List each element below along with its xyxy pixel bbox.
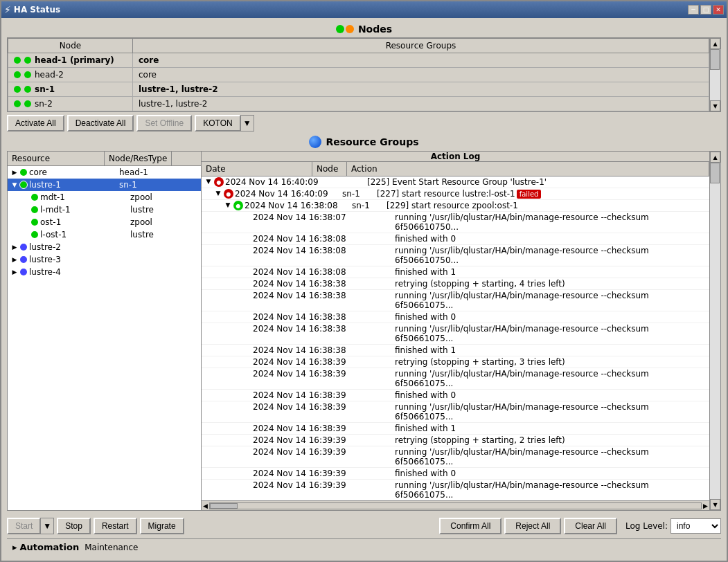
nodes-table-row[interactable]: sn-1 lustre-1, lustre-2 bbox=[8, 82, 709, 97]
activate-all-button[interactable]: Activate All bbox=[7, 115, 64, 132]
clear-all-button[interactable]: Clear All bbox=[564, 518, 617, 534]
scroll-thumb[interactable] bbox=[710, 49, 720, 70]
confirm-all-button[interactable]: Confirm All bbox=[439, 518, 501, 534]
log-row[interactable]: 2024 Nov 14 16:38:38 running '/usr/lib/q… bbox=[202, 323, 709, 345]
log-action: running '/usr/lib/qlustar/HA/bin/manage-… bbox=[395, 480, 707, 500]
log-row[interactable]: 2024 Nov 14 16:38:38 retrying (stopping … bbox=[202, 278, 709, 290]
log-row[interactable]: 2024 Nov 14 16:39:39 running '/usr/lib/q… bbox=[202, 446, 709, 468]
log-node: sn-1 bbox=[352, 201, 387, 210]
log-action: running '/usr/lib/qlustar/HA/bin/manage-… bbox=[395, 291, 707, 310]
tree-status-dot bbox=[20, 181, 27, 188]
tree-row[interactable]: mdt-1 zpool bbox=[8, 191, 201, 203]
log-date: 2024 Nov 14 16:38:38 bbox=[253, 291, 360, 300]
tree-row[interactable]: ost-1 zpool bbox=[8, 216, 201, 228]
tree-row[interactable]: l-mdt-1 lustre bbox=[8, 203, 201, 216]
automation-section: ▸ Automation Maintenance bbox=[7, 538, 721, 555]
tree-row[interactable]: l-ost-1 lustre bbox=[8, 228, 201, 241]
set-offline-button[interactable]: Set Offline bbox=[136, 115, 192, 132]
scroll-up-btn[interactable]: ▲ bbox=[710, 38, 720, 49]
tree-panel[interactable]: Resource Node/ResType ▶ core head-1 ▼ lu… bbox=[8, 152, 202, 510]
log-toggle-spacer bbox=[233, 291, 242, 299]
tree-item-name: lustre-3 bbox=[29, 255, 119, 264]
tree-row[interactable]: ▼ lustre-1 sn-1 bbox=[8, 179, 201, 191]
tree-row[interactable]: ▶ lustre-3 bbox=[8, 253, 201, 266]
log-scroll-up[interactable]: ▲ bbox=[710, 152, 720, 163]
log-date: 2024 Nov 14 16:40:09 bbox=[225, 177, 332, 187]
koton-button[interactable]: KOTON bbox=[195, 115, 240, 132]
stop-button[interactable]: Stop bbox=[57, 518, 91, 534]
log-action: retrying (stopping + starting, 4 tries l… bbox=[395, 279, 707, 289]
status-dot-2 bbox=[24, 57, 31, 64]
log-hscroll[interactable]: ◀ ▶ bbox=[202, 500, 709, 510]
tree-toggle[interactable]: ▼ bbox=[10, 181, 19, 189]
tree-item-name: mdt-1 bbox=[40, 192, 130, 202]
restore-button[interactable]: □ bbox=[700, 5, 711, 15]
log-toggle-spacer bbox=[233, 369, 242, 377]
tree-row[interactable]: ▶ core head-1 bbox=[8, 166, 201, 179]
tree-row[interactable]: ▶ lustre-4 bbox=[8, 266, 201, 278]
hscroll-thumb[interactable] bbox=[210, 503, 238, 509]
log-scroll-thumb[interactable] bbox=[710, 163, 720, 183]
log-scroll-down[interactable]: ▼ bbox=[710, 499, 720, 510]
nodes-section: Nodes Node Resource Groups bbox=[7, 24, 721, 132]
minimize-button[interactable]: ─ bbox=[688, 5, 699, 15]
tree-item-name: core bbox=[29, 167, 119, 177]
log-row[interactable]: ▼ ● 2024 Nov 14 16:38:08 sn-1 [229] star… bbox=[202, 200, 709, 212]
log-row[interactable]: 2024 Nov 14 16:38:38 finished with 0 bbox=[202, 311, 709, 323]
hscroll-left[interactable]: ◀ bbox=[203, 502, 208, 509]
reject-all-button[interactable]: Reject All bbox=[504, 518, 561, 534]
log-row[interactable]: 2024 Nov 14 16:38:08 finished with 0 bbox=[202, 233, 709, 245]
tree-body: ▶ core head-1 ▼ lustre-1 sn-1 mdt-1 zpoo… bbox=[8, 166, 201, 278]
close-button[interactable]: ✕ bbox=[713, 5, 724, 15]
log-row[interactable]: 2024 Nov 14 16:39:39 retrying (stopping … bbox=[202, 435, 709, 446]
tree-status-dot bbox=[20, 256, 27, 263]
restart-button[interactable]: Restart bbox=[94, 518, 137, 534]
tree-toggle[interactable]: ▶ bbox=[10, 255, 19, 264]
tree-toggle[interactable]: ▶ bbox=[10, 268, 19, 276]
nodes-table-row[interactable]: head-1 (primary) core bbox=[8, 53, 709, 68]
scroll-down-btn[interactable]: ▼ bbox=[710, 100, 720, 111]
log-header: Action Log bbox=[202, 152, 709, 162]
log-toggle[interactable]: ▼ bbox=[214, 189, 222, 197]
tree-item-nodetype: lustre bbox=[130, 230, 198, 239]
log-row[interactable]: 2024 Nov 14 16:38:39 running '/usr/lib/q… bbox=[202, 401, 709, 423]
log-level-select[interactable]: debuginfowarningerror bbox=[671, 518, 721, 534]
log-row[interactable]: 2024 Nov 14 16:38:07 running '/usr/lib/q… bbox=[202, 212, 709, 233]
log-row[interactable]: 2024 Nov 14 16:38:38 running '/usr/lib/q… bbox=[202, 290, 709, 311]
tree-row[interactable]: ▶ lustre-2 bbox=[8, 241, 201, 253]
tree-item-nodetype: lustre bbox=[130, 205, 198, 215]
log-row[interactable]: 2024 Nov 14 16:38:39 running '/usr/lib/q… bbox=[202, 368, 709, 390]
nodes-table-row[interactable]: sn-2 lustre-1, lustre-2 bbox=[8, 97, 709, 111]
log-row[interactable]: ▼ ● 2024 Nov 14 16:40:09 sn-1 [227] star… bbox=[202, 188, 709, 200]
status-dot-1 bbox=[14, 71, 21, 78]
start-button[interactable]: Start bbox=[7, 518, 40, 534]
log-body[interactable]: ▼ ● 2024 Nov 14 16:40:09 [225] Event Sta… bbox=[202, 176, 709, 500]
tree-toggle[interactable]: ▶ bbox=[10, 243, 19, 251]
log-row[interactable]: 2024 Nov 14 16:39:39 finished with 0 bbox=[202, 468, 709, 480]
log-row[interactable]: 2024 Nov 14 16:38:39 finished with 1 bbox=[202, 423, 709, 435]
resource-groups-section: Resource Groups Resource Node/ResType ▶ … bbox=[7, 136, 721, 511]
log-row[interactable]: 2024 Nov 14 16:38:08 finished with 1 bbox=[202, 266, 709, 278]
tree-toggle[interactable]: ▶ bbox=[10, 168, 19, 176]
log-row[interactable]: 2024 Nov 14 16:38:39 retrying (stopping … bbox=[202, 356, 709, 368]
tree-status-dot bbox=[31, 231, 38, 238]
deactivate-all-button[interactable]: Deactivate All bbox=[67, 115, 134, 132]
log-toggle[interactable]: ▼ bbox=[224, 201, 232, 209]
log-row[interactable]: 2024 Nov 14 16:38:08 running '/usr/lib/q… bbox=[202, 245, 709, 266]
tree-header: Resource Node/ResType bbox=[8, 152, 201, 166]
status-dot-2 bbox=[24, 86, 31, 93]
log-row[interactable]: 2024 Nov 14 16:38:39 finished with 0 bbox=[202, 390, 709, 401]
log-date: 2024 Nov 14 16:38:07 bbox=[253, 212, 360, 222]
log-row[interactable]: 2024 Nov 14 16:38:38 finished with 1 bbox=[202, 345, 709, 356]
start-dropdown[interactable]: ▼ bbox=[40, 518, 54, 534]
log-row[interactable]: 2024 Nov 14 16:39:39 running '/usr/lib/q… bbox=[202, 480, 709, 500]
failed-badge: failed bbox=[517, 190, 542, 199]
koton-group: KOTON ▼ bbox=[195, 115, 254, 132]
koton-dropdown[interactable]: ▼ bbox=[240, 115, 254, 132]
log-toggle[interactable]: ▼ bbox=[204, 177, 213, 185]
automation-toggle[interactable]: ▸ bbox=[12, 542, 17, 552]
hscroll-right[interactable]: ▶ bbox=[703, 502, 708, 509]
nodes-table-row[interactable]: head-2 core bbox=[8, 68, 709, 82]
log-row[interactable]: ▼ ● 2024 Nov 14 16:40:09 [225] Event Sta… bbox=[202, 176, 709, 188]
migrate-button[interactable]: Migrate bbox=[140, 518, 184, 534]
